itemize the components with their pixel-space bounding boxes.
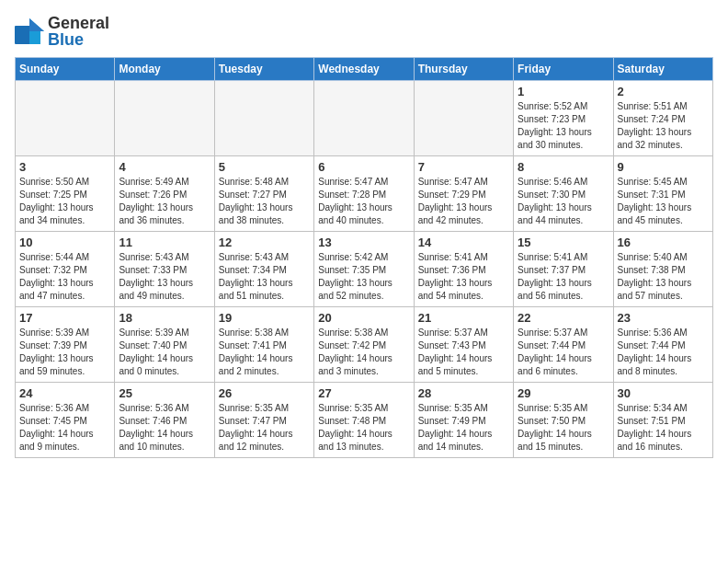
day-info: Sunrise: 5:37 AMSunset: 7:43 PMDaylight:…: [418, 327, 509, 378]
day-number: 22: [518, 311, 609, 325]
calendar-cell: 5Sunrise: 5:48 AMSunset: 7:27 PMDaylight…: [214, 156, 313, 232]
calendar-cell: [16, 81, 115, 156]
day-info: Sunrise: 5:51 AMSunset: 7:24 PMDaylight:…: [618, 100, 709, 152]
day-number: 10: [19, 236, 110, 249]
day-info: Sunrise: 5:50 AMSunset: 7:25 PMDaylight:…: [19, 176, 110, 227]
day-number: 25: [119, 386, 210, 400]
day-info: Sunrise: 5:36 AMSunset: 7:46 PMDaylight:…: [119, 402, 210, 454]
calendar-cell: 14Sunrise: 5:41 AMSunset: 7:36 PMDayligh…: [414, 232, 513, 307]
calendar-cell: 21Sunrise: 5:37 AMSunset: 7:43 PMDayligh…: [414, 307, 513, 383]
day-info: Sunrise: 5:34 AMSunset: 7:51 PMDaylight:…: [618, 402, 709, 454]
day-info: Sunrise: 5:47 AMSunset: 7:28 PMDaylight:…: [318, 176, 409, 227]
day-info: Sunrise: 5:35 AMSunset: 7:48 PMDaylight:…: [318, 402, 409, 454]
day-info: Sunrise: 5:38 AMSunset: 7:41 PMDaylight:…: [219, 327, 310, 378]
day-number: 17: [19, 311, 110, 325]
day-number: 19: [219, 311, 310, 325]
header: General Blue: [15, 15, 713, 48]
day-number: 24: [19, 386, 110, 400]
calendar-cell: 12Sunrise: 5:43 AMSunset: 7:34 PMDayligh…: [214, 232, 313, 307]
day-info: Sunrise: 5:41 AMSunset: 7:37 PMDaylight:…: [518, 251, 609, 303]
weekday-header-friday: Friday: [514, 58, 613, 81]
calendar-cell: 22Sunrise: 5:37 AMSunset: 7:44 PMDayligh…: [514, 307, 613, 383]
day-info: Sunrise: 5:46 AMSunset: 7:30 PMDaylight:…: [518, 176, 609, 227]
day-info: Sunrise: 5:35 AMSunset: 7:49 PMDaylight:…: [418, 402, 509, 454]
calendar-cell: [314, 81, 414, 156]
day-info: Sunrise: 5:47 AMSunset: 7:29 PMDaylight:…: [418, 176, 509, 227]
day-number: 15: [518, 236, 609, 249]
day-info: Sunrise: 5:38 AMSunset: 7:42 PMDaylight:…: [318, 327, 409, 378]
day-number: 18: [119, 311, 210, 325]
calendar-cell: [115, 81, 214, 156]
calendar-cell: 19Sunrise: 5:38 AMSunset: 7:41 PMDayligh…: [214, 307, 313, 383]
day-info: Sunrise: 5:36 AMSunset: 7:45 PMDaylight:…: [19, 402, 110, 454]
day-info: Sunrise: 5:35 AMSunset: 7:47 PMDaylight:…: [219, 402, 310, 454]
day-number: 28: [418, 386, 509, 400]
day-number: 5: [219, 160, 310, 174]
day-info: Sunrise: 5:43 AMSunset: 7:34 PMDaylight:…: [219, 251, 310, 303]
calendar-cell: 25Sunrise: 5:36 AMSunset: 7:46 PMDayligh…: [115, 383, 214, 458]
logo-blue: Blue: [48, 31, 109, 48]
day-number: 14: [418, 236, 509, 249]
day-info: Sunrise: 5:41 AMSunset: 7:36 PMDaylight:…: [418, 251, 509, 303]
weekday-header-monday: Monday: [115, 58, 214, 81]
day-info: Sunrise: 5:37 AMSunset: 7:44 PMDaylight:…: [518, 327, 609, 378]
day-number: 29: [518, 386, 609, 400]
day-number: 9: [618, 160, 709, 174]
calendar-cell: 2Sunrise: 5:51 AMSunset: 7:24 PMDaylight…: [613, 81, 712, 156]
day-info: Sunrise: 5:35 AMSunset: 7:50 PMDaylight:…: [518, 402, 609, 454]
day-info: Sunrise: 5:42 AMSunset: 7:35 PMDaylight:…: [318, 251, 409, 303]
day-number: 4: [119, 160, 210, 174]
calendar-cell: 27Sunrise: 5:35 AMSunset: 7:48 PMDayligh…: [314, 383, 414, 458]
day-info: Sunrise: 5:39 AMSunset: 7:40 PMDaylight:…: [119, 327, 210, 378]
calendar-cell: 17Sunrise: 5:39 AMSunset: 7:39 PMDayligh…: [16, 307, 115, 383]
day-number: 27: [318, 386, 409, 400]
calendar-cell: 20Sunrise: 5:38 AMSunset: 7:42 PMDayligh…: [314, 307, 414, 383]
day-info: Sunrise: 5:48 AMSunset: 7:27 PMDaylight:…: [219, 176, 310, 227]
calendar-cell: [414, 81, 513, 156]
day-number: 2: [618, 85, 709, 98]
day-number: 20: [318, 311, 409, 325]
calendar-cell: 28Sunrise: 5:35 AMSunset: 7:49 PMDayligh…: [414, 383, 513, 458]
day-info: Sunrise: 5:49 AMSunset: 7:26 PMDaylight:…: [119, 176, 210, 227]
day-number: 6: [318, 160, 409, 174]
calendar-cell: [214, 81, 313, 156]
weekday-header-thursday: Thursday: [414, 58, 513, 81]
calendar-cell: 23Sunrise: 5:36 AMSunset: 7:44 PMDayligh…: [613, 307, 712, 383]
day-number: 21: [418, 311, 509, 325]
day-info: Sunrise: 5:43 AMSunset: 7:33 PMDaylight:…: [119, 251, 210, 303]
weekday-header-tuesday: Tuesday: [214, 58, 313, 81]
svg-marker-2: [29, 18, 44, 31]
day-number: 30: [618, 386, 709, 400]
day-number: 7: [418, 160, 509, 174]
weekday-header-sunday: Sunday: [16, 58, 115, 81]
calendar-cell: 7Sunrise: 5:47 AMSunset: 7:29 PMDaylight…: [414, 156, 513, 232]
weekday-header-saturday: Saturday: [613, 58, 712, 81]
svg-rect-0: [15, 26, 31, 44]
calendar-cell: 30Sunrise: 5:34 AMSunset: 7:51 PMDayligh…: [613, 383, 712, 458]
day-number: 3: [19, 160, 110, 174]
day-info: Sunrise: 5:45 AMSunset: 7:31 PMDaylight:…: [618, 176, 709, 227]
calendar: SundayMondayTuesdayWednesdayThursdayFrid…: [15, 57, 713, 458]
day-number: 12: [219, 236, 310, 249]
calendar-cell: 15Sunrise: 5:41 AMSunset: 7:37 PMDayligh…: [514, 232, 613, 307]
calendar-cell: 4Sunrise: 5:49 AMSunset: 7:26 PMDaylight…: [115, 156, 214, 232]
day-info: Sunrise: 5:52 AMSunset: 7:23 PMDaylight:…: [518, 100, 609, 152]
day-number: 11: [119, 236, 210, 249]
calendar-cell: 29Sunrise: 5:35 AMSunset: 7:50 PMDayligh…: [514, 383, 613, 458]
day-info: Sunrise: 5:36 AMSunset: 7:44 PMDaylight:…: [618, 327, 709, 378]
day-info: Sunrise: 5:39 AMSunset: 7:39 PMDaylight:…: [19, 327, 110, 378]
day-number: 23: [618, 311, 709, 325]
day-number: 16: [618, 236, 709, 249]
logo: General Blue: [15, 15, 109, 48]
day-number: 13: [318, 236, 409, 249]
calendar-cell: 16Sunrise: 5:40 AMSunset: 7:38 PMDayligh…: [613, 232, 712, 307]
calendar-cell: 26Sunrise: 5:35 AMSunset: 7:47 PMDayligh…: [214, 383, 313, 458]
calendar-cell: 6Sunrise: 5:47 AMSunset: 7:28 PMDaylight…: [314, 156, 414, 232]
day-number: 8: [518, 160, 609, 174]
calendar-cell: 18Sunrise: 5:39 AMSunset: 7:40 PMDayligh…: [115, 307, 214, 383]
calendar-cell: 11Sunrise: 5:43 AMSunset: 7:33 PMDayligh…: [115, 232, 214, 307]
logo-icon: [15, 18, 44, 44]
weekday-header-wednesday: Wednesday: [314, 58, 414, 81]
day-number: 26: [219, 386, 310, 400]
calendar-cell: 8Sunrise: 5:46 AMSunset: 7:30 PMDaylight…: [514, 156, 613, 232]
